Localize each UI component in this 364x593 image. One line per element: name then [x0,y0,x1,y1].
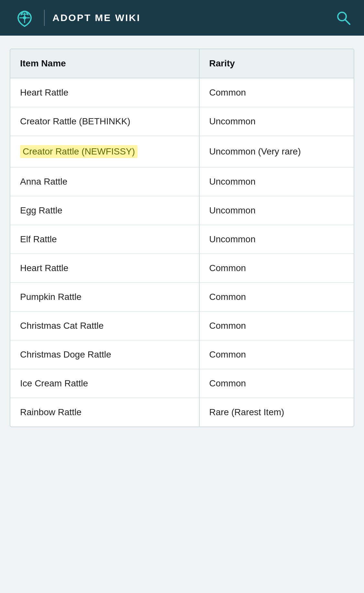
cell-rarity: Uncommon [199,167,354,196]
cell-rarity: Uncommon (Very rare) [199,136,354,167]
cell-item-name: Christmas Cat Rattle [10,312,199,340]
table-header-row: Item Name Rarity [10,49,354,78]
table-row: Heart RattleCommon [10,254,354,283]
svg-line-2 [345,20,350,24]
cell-item-name: Pumpkin Rattle [10,283,199,312]
search-icon[interactable] [336,10,351,26]
main-content: Item Name Rarity Heart RattleCommonCreat… [0,36,364,440]
table-row: Anna RattleUncommon [10,167,354,196]
table-row: Creator Rattle (NEWFISSY)Uncommon (Very … [10,136,354,167]
column-header-item-name: Item Name [10,49,199,78]
table-row: Ice Cream RattleCommon [10,369,354,398]
cell-item-name: Creator Rattle (NEWFISSY) [10,136,199,167]
cell-rarity: Uncommon [199,225,354,254]
table-row: Pumpkin RattleCommon [10,283,354,312]
header-divider [44,10,45,26]
cell-rarity: Rare (Rarest Item) [199,398,354,427]
table-row: Rainbow RattleRare (Rarest Item) [10,398,354,427]
cell-rarity: Uncommon [199,196,354,225]
cell-rarity: Common [199,369,354,398]
cell-rarity: Common [199,254,354,283]
table-row: Egg RattleUncommon [10,196,354,225]
app-header: ADOPT ME WIKI [0,0,364,36]
cell-rarity: Uncommon [199,107,354,136]
cell-item-name: Christmas Doge Rattle [10,340,199,369]
cell-item-name: Heart Rattle [10,78,199,107]
cell-rarity: Common [199,283,354,312]
header-left: ADOPT ME WIKI [13,6,140,29]
cell-item-name: Heart Rattle [10,254,199,283]
table-row: Elf RattleUncommon [10,225,354,254]
cell-item-name: Ice Cream Rattle [10,369,199,398]
table-row: Heart RattleCommon [10,78,354,107]
cell-item-name: Elf Rattle [10,225,199,254]
items-table: Item Name Rarity Heart RattleCommonCreat… [10,49,354,427]
svg-point-0 [23,16,26,19]
header-title: ADOPT ME WIKI [52,12,140,23]
cell-item-name: Rainbow Rattle [10,398,199,427]
cell-rarity: Common [199,340,354,369]
cell-item-name: Anna Rattle [10,167,199,196]
cell-item-name: Creator Rattle (BETHINKK) [10,107,199,136]
cell-item-name: Egg Rattle [10,196,199,225]
highlighted-item-name: Creator Rattle (NEWFISSY) [20,145,138,158]
column-header-rarity: Rarity [199,49,354,78]
table-row: Creator Rattle (BETHINKK)Uncommon [10,107,354,136]
cell-rarity: Common [199,78,354,107]
cell-rarity: Common [199,312,354,340]
table-row: Christmas Cat RattleCommon [10,312,354,340]
table-row: Christmas Doge RattleCommon [10,340,354,369]
table-container: Item Name Rarity Heart RattleCommonCreat… [10,49,354,427]
logo-icon [13,6,36,29]
